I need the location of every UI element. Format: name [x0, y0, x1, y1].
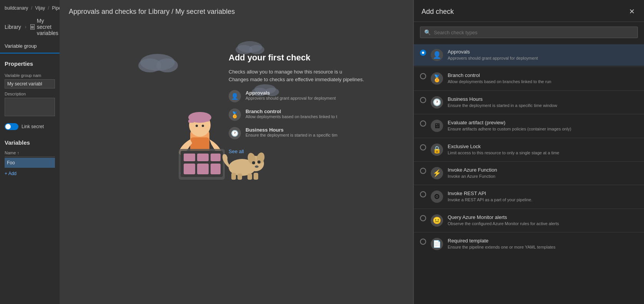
- svg-point-2: [156, 58, 178, 72]
- svg-rect-25: [197, 164, 209, 174]
- check-item-text: Business Hours Ensure the deployment is …: [246, 127, 337, 137]
- chevron-right-icon: ›: [25, 24, 27, 30]
- svg-rect-35: [231, 173, 236, 180]
- link-secrets-row: Link secret: [0, 119, 60, 135]
- secret-icon: ▦: [30, 24, 35, 30]
- link-secrets-toggle[interactable]: [5, 123, 18, 130]
- check-radio-button[interactable]: [420, 50, 426, 56]
- sidebar: buildcanary / Vijay / Pipelines / Librar…: [0, 0, 60, 304]
- list-divider: [414, 138, 644, 138]
- check-type-icon: 😐: [431, 214, 443, 227]
- check-radio-button[interactable]: [420, 239, 426, 245]
- list-divider: [414, 232, 644, 232]
- var-group-name-label: Variable group nam: [0, 71, 60, 79]
- check-type-desc: Ensure the deployment is started in a sp…: [448, 103, 638, 109]
- svg-point-16: [196, 125, 198, 127]
- search-icon: 🔍: [424, 29, 431, 35]
- page-title: Approvals and checks for Library / My se…: [60, 0, 413, 22]
- check-type-text: Invoke Azure Function Invoke an Azure Fu…: [448, 167, 638, 179]
- svg-rect-22: [197, 154, 209, 161]
- check-type-icon: 🕐: [431, 96, 443, 109]
- breadcrumb-user[interactable]: Vijay: [35, 5, 45, 11]
- check-type-icon: 👤: [431, 49, 443, 61]
- var-group-name-input[interactable]: [5, 79, 55, 89]
- check-radio-button[interactable]: [420, 97, 426, 103]
- check-type-name: Invoke REST API: [448, 190, 638, 196]
- check-type-name: Exclusive Lock: [448, 144, 638, 149]
- library-header: Library › ▦ My secret variables: [0, 15, 60, 39]
- check-type-item[interactable]: 🔒 Exclusive Lock Limit access to this re…: [414, 139, 644, 160]
- secret-variables-label[interactable]: My secret variables: [37, 18, 58, 36]
- table-row[interactable]: Foo: [5, 158, 55, 168]
- check-type-icon: 🔒: [431, 144, 443, 156]
- check-radio-button[interactable]: [420, 120, 426, 127]
- check-type-item[interactable]: ⚡ Invoke Azure Function Invoke an Azure …: [414, 162, 644, 184]
- panel-title: Add check: [422, 8, 454, 16]
- check-radio-button[interactable]: [420, 73, 426, 79]
- description-label: Description: [0, 89, 60, 97]
- check-type-text: Business Hours Ensure the deployment is …: [448, 96, 638, 109]
- check-radio-button[interactable]: [420, 191, 426, 197]
- check-type-name: Evaluate artifact (preview): [448, 120, 638, 125]
- svg-rect-21: [184, 154, 195, 161]
- variables-section: Variables Name ↑ Foo + Add: [0, 135, 60, 179]
- check-type-icon: ⚡: [431, 167, 443, 179]
- svg-rect-38: [254, 173, 258, 180]
- breadcrumb-org[interactable]: buildcanary: [5, 5, 28, 11]
- check-radio-button[interactable]: [420, 168, 426, 174]
- description-input[interactable]: [5, 98, 55, 116]
- see-all-link[interactable]: See all: [229, 145, 244, 157]
- check-item-desc: Ensure the deployment is started in a sp…: [246, 133, 337, 137]
- check-item-name: Branch control: [246, 109, 337, 114]
- check-type-item[interactable]: 🕐 Business Hours Ensure the deployment i…: [414, 92, 644, 113]
- check-type-desc: Ensure artifacts adhere to custom polici…: [448, 126, 638, 132]
- check-type-desc: Allow deployments based on branches link…: [448, 79, 638, 85]
- check-type-desc: Approvers should grant approval for depl…: [448, 55, 638, 61]
- list-divider: [414, 209, 644, 209]
- check-type-text: Exclusive Lock Limit access to this reso…: [448, 144, 638, 156]
- list-divider: [414, 185, 644, 185]
- check-type-text: Branch control Allow deployments based o…: [448, 72, 638, 85]
- search-box: 🔍: [420, 27, 638, 38]
- search-input[interactable]: [434, 30, 634, 35]
- list-divider: [414, 67, 644, 67]
- main-check-item: 👤 Approvals Approvers should grant appro…: [229, 90, 382, 102]
- svg-rect-26: [211, 164, 221, 174]
- check-type-name: Query Azure Monitor alerts: [448, 214, 638, 220]
- svg-point-32: [252, 161, 255, 164]
- check-type-name: Approvals: [448, 49, 638, 55]
- check-type-name: Invoke Azure Function: [448, 167, 638, 173]
- illustration-area: Add your first check Checks allow you to…: [60, 22, 413, 199]
- check-type-item[interactable]: 😐 Query Azure Monitor alerts Observe the…: [414, 210, 644, 231]
- library-label[interactable]: Library: [5, 24, 21, 30]
- check-item-icon: 👤: [229, 90, 241, 102]
- variable-group-tab[interactable]: Variable group: [0, 39, 60, 53]
- svg-point-17: [202, 125, 204, 127]
- svg-rect-37: [247, 174, 252, 180]
- check-type-desc: Invoke an Azure Function: [448, 174, 638, 179]
- list-divider: [414, 90, 644, 91]
- check-type-desc: Limit access to this resource to only a …: [448, 150, 638, 156]
- check-type-item[interactable]: ⚙ Invoke REST API Invoke a REST API as a…: [414, 186, 644, 207]
- check-radio-button[interactable]: [420, 144, 426, 150]
- svg-rect-15: [188, 120, 194, 123]
- check-type-item[interactable]: 📄 Required template Ensure the pipeline …: [414, 233, 644, 255]
- main-check-list: 👤 Approvals Approvers should grant appro…: [229, 90, 382, 139]
- check-type-item[interactable]: 🏅 Branch control Allow deployments based…: [414, 68, 644, 89]
- check-type-name: Branch control: [448, 72, 638, 78]
- close-panel-button[interactable]: ✕: [627, 7, 636, 16]
- check-type-item[interactable]: 🖥 Evaluate artifact (preview) Ensure art…: [414, 115, 644, 137]
- svg-rect-23: [211, 154, 221, 161]
- check-item-desc: Approvers should grant approval for depl…: [246, 96, 336, 100]
- svg-point-34: [255, 165, 259, 168]
- check-type-item[interactable]: 👤 Approvals Approvers should grant appro…: [414, 44, 644, 66]
- add-variable-button[interactable]: + Add: [5, 168, 55, 179]
- check-radio-button[interactable]: [420, 215, 426, 221]
- breadcrumb-section[interactable]: Pipelines: [52, 5, 60, 11]
- check-item-icon: 🏅: [229, 109, 241, 121]
- check-type-text: Evaluate artifact (preview) Ensure artif…: [448, 120, 638, 132]
- properties-title: Properties: [0, 53, 60, 71]
- check-item-name: Approvals: [246, 90, 336, 96]
- check-item-name: Business Hours: [246, 127, 337, 133]
- breadcrumb: buildcanary / Vijay / Pipelines / Librar…: [0, 0, 60, 15]
